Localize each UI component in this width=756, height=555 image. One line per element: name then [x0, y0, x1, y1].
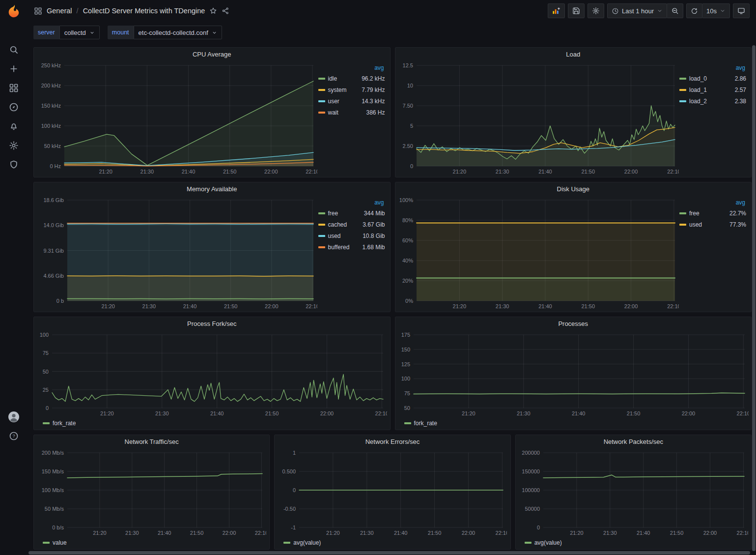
refresh-interval-dropdown[interactable]: 10s [702, 3, 730, 18]
chart-memory-available[interactable]: 21:2021:3021:4021:5022:0022:100 b4.66 Gi… [37, 195, 317, 311]
svg-text:0.500: 0.500 [282, 468, 296, 474]
svg-text:22:10: 22:10 [255, 530, 266, 536]
server-admin-shield-icon[interactable] [4, 155, 24, 174]
help-icon[interactable]: ? [4, 426, 24, 445]
panel-title-disk-usage[interactable]: Disk Usage [395, 182, 752, 195]
explore-compass-icon[interactable] [4, 97, 24, 117]
panel-title-memory-available[interactable]: Memory Available [34, 182, 390, 195]
refresh-button[interactable] [686, 3, 702, 18]
dashboard-settings-button[interactable] [588, 3, 604, 18]
search-icon[interactable] [4, 40, 24, 59]
create-plus-icon[interactable] [4, 59, 24, 78]
breadcrumb-folder[interactable]: General [47, 7, 72, 15]
legend-item-load-1[interactable]: load_12.57 [679, 84, 746, 95]
legend-item-free[interactable]: free22.7% [679, 207, 746, 219]
page-title: CollectD Server Metrics with TDengine [83, 7, 205, 15]
dashboards-grid-icon[interactable] [34, 7, 42, 15]
variable-value-server[interactable]: collectd [59, 26, 100, 39]
add-panel-button[interactable] [548, 3, 565, 18]
legend-disk-usage: avgfree22.7%used77.3% [678, 195, 748, 311]
zoom-out-button[interactable] [667, 3, 683, 18]
svg-text:21:30: 21:30 [495, 169, 509, 175]
legend-series-name: cached [328, 221, 360, 228]
legend-swatch [283, 542, 290, 544]
legend-series-name: fork_rate [53, 420, 76, 427]
legend-item-fork-rate[interactable]: fork_rate [43, 418, 76, 429]
chart-process-fork-sec[interactable]: 21:2021:3021:4021:5022:0022:100255075100 [37, 330, 387, 418]
legend-item-free[interactable]: free344 Mib [318, 207, 385, 219]
svg-text:21:50: 21:50 [670, 530, 683, 536]
legend-network-errors-sec: avg(value) [278, 537, 507, 548]
legend-item-load-2[interactable]: load_22.38 [679, 95, 746, 107]
variable-value-mount[interactable]: etc-collectd-collectd.conf [134, 26, 222, 39]
chart-load[interactable]: 21:2021:3021:4021:5022:0022:1002.5057.50… [398, 60, 679, 176]
svg-text:22:10: 22:10 [736, 410, 748, 416]
breadcrumb-separator: / [77, 7, 79, 15]
legend-item-system[interactable]: system7.79 kHz [318, 84, 385, 95]
chart-disk-usage[interactable]: 21:2021:3021:4021:5022:0022:100%20%40%60… [398, 195, 679, 311]
legend-item-cached[interactable]: cached3.67 Gib [318, 219, 385, 230]
legend-item-avg-value[interactable]: avg(value) [283, 537, 321, 548]
svg-text:21:20: 21:20 [101, 303, 115, 309]
legend-item-fork-rate[interactable]: fork_rate [404, 418, 437, 429]
legend-load: avgload_02.86load_12.57load_22.38 [678, 60, 748, 176]
svg-text:2.50: 2.50 [402, 143, 413, 149]
svg-text:21:30: 21:30 [125, 530, 139, 536]
legend-item-load-0[interactable]: load_02.86 [679, 73, 746, 84]
chart-processes[interactable]: 21:2021:3021:4021:5022:0022:105075100125… [398, 330, 749, 418]
legend-avg-header[interactable]: avg [318, 63, 385, 73]
dashboard-grid: CPU Average21:2021:3021:4021:5022:0022:1… [28, 43, 756, 555]
cycle-view-mode-button[interactable] [733, 3, 750, 18]
legend-item-buffered[interactable]: buffered1.68 Mib [318, 241, 385, 253]
svg-text:18.6 Gib: 18.6 Gib [43, 197, 64, 203]
panel-title-network-traffic-sec[interactable]: Network Traffic/sec [34, 435, 269, 448]
panel-body: 21:2021:3021:4021:5022:0022:10-1-0.5000.… [275, 448, 510, 549]
svg-text:21:40: 21:40 [538, 303, 552, 309]
legend-series-name: free [689, 210, 727, 217]
grafana-logo[interactable] [5, 3, 22, 20]
legend-series-avg-value: 1.68 Mib [362, 244, 385, 251]
legend-item-idle[interactable]: idle96.2 kHz [318, 73, 385, 84]
legend-avg-header[interactable]: avg [679, 198, 746, 207]
chart-network-errors-sec[interactable]: 21:2021:3021:4021:5022:0022:10-1-0.5000.… [278, 448, 507, 537]
legend-item-wait[interactable]: wait386 Hz [318, 107, 385, 118]
chart-network-packets-sec[interactable]: 21:2021:3021:4021:5022:0022:100500001000… [519, 448, 748, 537]
svg-text:21:20: 21:20 [93, 530, 107, 536]
svg-text:175: 175 [401, 332, 410, 338]
vertical-scrollbar[interactable] [752, 45, 756, 551]
legend-item-user[interactable]: user14.3 kHz [318, 95, 385, 107]
legend-series-name: used [328, 233, 360, 239]
svg-text:250 kHz: 250 kHz [41, 62, 61, 68]
legend-item-used[interactable]: used10.8 Gib [318, 230, 385, 241]
svg-text:21:40: 21:40 [158, 530, 171, 536]
horizontal-scrollbar[interactable] [28, 551, 750, 555]
time-range-picker[interactable]: Last 1 hour [607, 3, 667, 18]
save-dashboard-button[interactable] [568, 3, 585, 18]
alerting-bell-icon[interactable] [4, 117, 24, 136]
chart-cpu-average[interactable]: 21:2021:3021:4021:5022:0022:100 Hz50 kHz… [37, 60, 317, 176]
svg-text:21:50: 21:50 [626, 410, 640, 416]
svg-text:22:10: 22:10 [667, 303, 679, 309]
variable-server: server collectd [33, 26, 100, 39]
legend-item-avg-value[interactable]: avg(value) [525, 537, 562, 548]
legend-avg-header[interactable]: avg [679, 63, 746, 73]
svg-text:21:30: 21:30 [603, 530, 617, 536]
svg-text:22:10: 22:10 [667, 169, 679, 175]
legend-swatch [525, 542, 532, 544]
dashboards-icon[interactable] [4, 78, 24, 97]
legend-item-value[interactable]: value [43, 537, 67, 548]
chart-network-traffic-sec[interactable]: 21:2021:3021:4021:5022:0022:100 b/s50 Mb… [37, 448, 266, 537]
configuration-gear-icon[interactable] [4, 136, 24, 155]
panel-title-network-errors-sec[interactable]: Network Errors/sec [275, 435, 510, 448]
legend-item-used[interactable]: used77.3% [679, 219, 746, 230]
star-icon[interactable] [209, 7, 217, 15]
svg-text:22:00: 22:00 [264, 169, 278, 175]
legend-avg-header[interactable]: avg [318, 198, 385, 207]
panel-title-cpu-average[interactable]: CPU Average [34, 48, 390, 60]
panel-title-network-packets-sec[interactable]: Network Packets/sec [516, 435, 751, 448]
panel-title-processes[interactable]: Processes [395, 317, 752, 330]
share-icon[interactable] [222, 7, 229, 15]
user-avatar[interactable] [4, 407, 24, 426]
panel-title-process-fork-sec[interactable]: Process Fork/sec [34, 317, 390, 330]
panel-title-load[interactable]: Load [395, 48, 752, 60]
